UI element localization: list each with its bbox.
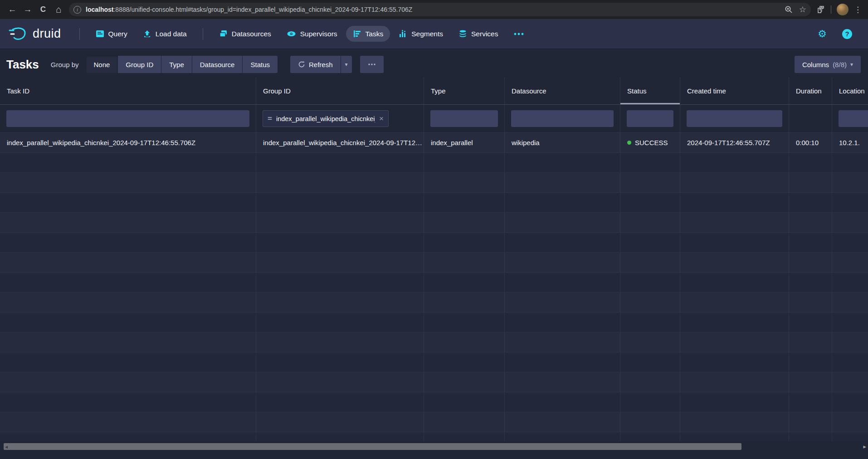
home-icon[interactable]: ⌂ [51, 2, 66, 17]
table-body: index_parallel_wikipedia_chicnkei_2024-0… [0, 133, 868, 441]
column-header-duration[interactable]: Duration [789, 77, 832, 104]
divider [203, 28, 203, 40]
druid-wordmark: druid [33, 27, 61, 41]
upload-icon [143, 29, 151, 38]
column-header-status[interactable]: Status [620, 77, 680, 104]
column-header-task-id[interactable]: Task ID [0, 77, 256, 104]
column-header-group-id[interactable]: Group ID [256, 77, 424, 104]
column-header-datasource[interactable]: Datasource [505, 77, 620, 104]
cell-location: 10.2.1. [839, 139, 860, 146]
refresh-dropdown-button[interactable]: ▾ [341, 56, 352, 73]
reload-icon[interactable]: C [35, 2, 51, 17]
nav-more-icon[interactable] [507, 29, 531, 39]
type-filter-input[interactable] [430, 110, 498, 127]
nav-item-datasources[interactable]: Datasources [212, 26, 278, 42]
nav-item-segments[interactable]: Segments [392, 26, 450, 42]
url-bar[interactable]: i localhost:8888/unified-console.html#ta… [69, 3, 811, 16]
group-by-group-id-button[interactable]: Group ID [118, 56, 161, 73]
extensions-icon[interactable] [816, 5, 825, 14]
profile-avatar[interactable] [837, 4, 848, 15]
group-by-status-button[interactable]: Status [243, 56, 278, 73]
column-header-type[interactable]: Type [424, 77, 505, 104]
equals-filter-icon: = [268, 114, 272, 123]
group-by-type-button[interactable]: Type [161, 56, 192, 73]
segments-icon [399, 29, 407, 38]
table-row-empty [0, 372, 868, 392]
table-row-empty [0, 193, 868, 213]
sort-indicator [620, 103, 680, 104]
created-time-filter-input[interactable] [687, 110, 782, 127]
table-row-empty [0, 173, 868, 193]
page-title: Tasks [6, 58, 39, 72]
table-header-row: Task ID Group ID Type Datasource Status … [0, 77, 868, 105]
services-icon [458, 29, 467, 38]
cell-status: SUCCESS [635, 139, 668, 146]
table-row-empty [0, 293, 868, 313]
more-icon [368, 63, 376, 66]
cell-group-id: index_parallel_wikipedia_chicnkei_2024-0… [263, 139, 424, 146]
divider [79, 28, 80, 40]
cell-created-time: 2024-09-17T12:46:55.707Z [687, 139, 770, 146]
clear-filter-icon[interactable]: × [379, 114, 384, 123]
settings-gear-icon[interactable]: ⚙ [811, 25, 834, 43]
table-row-empty [0, 432, 868, 441]
column-header-created-time[interactable]: Created time [680, 77, 789, 104]
columns-count: (8/8) [833, 61, 847, 68]
group-by-none-button[interactable]: None [86, 56, 118, 73]
table-row-empty [0, 313, 868, 332]
scrollbar-thumb[interactable]: ◂ [4, 443, 741, 450]
task-id-filter-input[interactable] [6, 110, 249, 127]
forward-icon[interactable]: → [20, 2, 35, 17]
url-text: localhost:8888/unified-console.html#task… [86, 6, 780, 13]
refresh-button-group: Refresh ▾ [290, 56, 352, 73]
table-filter-row: = index_parallel_wikipedia_chicnkei_202 … [0, 105, 868, 133]
cell-type: index_parallel [431, 139, 473, 146]
scroll-left-icon[interactable]: ◂ [5, 444, 8, 450]
browser-menu-icon[interactable]: ⋮ [854, 5, 862, 15]
druid-logo-icon [8, 26, 28, 42]
druid-logo[interactable]: druid [8, 26, 61, 42]
query-icon [96, 29, 104, 38]
nav-item-services[interactable]: Services [452, 26, 505, 42]
table-row-empty [0, 412, 868, 432]
cell-task-id: index_parallel_wikipedia_chicnkei_2024-0… [7, 139, 195, 146]
browser-toolbar: ← → C ⌂ i localhost:8888/unified-console… [0, 0, 868, 19]
location-filter-input[interactable] [839, 110, 868, 127]
tasks-table: Task ID Group ID Type Datasource Status … [0, 77, 868, 441]
eye-icon [287, 29, 296, 38]
group-by-label: Group by [51, 61, 79, 68]
datasource-filter-input[interactable] [511, 110, 614, 127]
help-icon[interactable]: ? [835, 25, 859, 43]
nav-item-load-data[interactable]: Load data [136, 26, 194, 42]
cell-datasource: wikipedia [512, 139, 540, 146]
status-filter-input[interactable] [627, 110, 673, 127]
refresh-button[interactable]: Refresh [290, 56, 341, 73]
group-id-filter-value: index_parallel_wikipedia_chicnkei_202 [276, 115, 375, 122]
table-row-empty [0, 332, 868, 352]
column-header-location[interactable]: Location [832, 77, 868, 104]
tasks-toolbar: Tasks Group by None Group ID Type Dataso… [0, 49, 868, 77]
nav-item-tasks[interactable]: Tasks [346, 26, 390, 42]
scroll-right-icon[interactable]: ▸ [863, 443, 866, 450]
druid-navbar: druid Query Load data Datasources Superv… [0, 19, 868, 49]
zoom-icon[interactable] [785, 5, 793, 14]
table-row-empty [0, 352, 868, 372]
nav-item-supervisors[interactable]: Supervisors [280, 26, 344, 42]
group-id-filter-chip[interactable]: = index_parallel_wikipedia_chicnkei_202 … [263, 110, 389, 127]
nav-item-query[interactable]: Query [89, 26, 134, 42]
table-row[interactable]: index_parallel_wikipedia_chicnkei_2024-0… [0, 133, 868, 153]
group-by-datasource-button[interactable]: Datasource [192, 56, 243, 73]
back-icon[interactable]: ← [5, 2, 20, 17]
table-row-empty [0, 392, 868, 412]
table-row-empty [0, 253, 868, 273]
horizontal-scrollbar[interactable]: ◂ ▸ [0, 442, 868, 451]
bookmark-star-icon[interactable]: ☆ [799, 5, 806, 15]
status-success-dot [627, 141, 631, 145]
refresh-icon [298, 61, 305, 68]
more-actions-button[interactable] [360, 56, 384, 73]
cell-duration: 0:00:10 [796, 139, 819, 146]
tasks-icon [353, 29, 361, 38]
table-row-empty [0, 273, 868, 293]
site-info-icon[interactable]: i [73, 6, 81, 14]
columns-button[interactable]: Columns (8/8) ▾ [795, 56, 861, 73]
